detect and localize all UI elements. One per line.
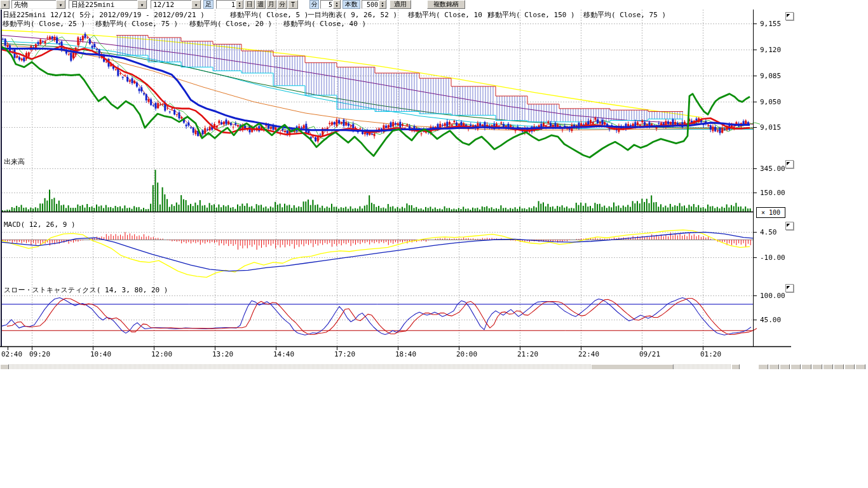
period-button-5[interactable]: T	[288, 0, 298, 9]
bar-count-spinner[interactable]: 500 ▲▼	[362, 0, 387, 9]
horizontal-scrollbar[interactable]	[0, 364, 868, 369]
legend-row1-item: 移動平均( Close, 5 )	[230, 10, 308, 20]
symbol-select[interactable]: 日経225mini ▼	[69, 0, 147, 9]
time-axis-label: 14:40	[273, 350, 294, 358]
scrollbar-track[interactable]	[9, 364, 591, 369]
price-axis-label: 9,050	[760, 98, 781, 106]
pane-scale-button[interactable]: ◤	[785, 222, 794, 230]
chevron-down-icon[interactable]: ▼	[137, 0, 147, 9]
mini-toolbar-button[interactable]	[801, 364, 811, 369]
time-axis-label: 10:40	[90, 350, 111, 358]
apply-button[interactable]: 適用	[390, 0, 411, 9]
mini-toolbar-button[interactable]	[758, 364, 768, 369]
price-axis-label: 9,015	[760, 123, 781, 132]
time-axis-label: 01:20	[700, 350, 721, 358]
time-axis-label: 13:20	[212, 350, 233, 358]
price-axis-label: 9,120	[760, 46, 781, 54]
pane-scale-button[interactable]: ◤	[785, 12, 794, 20]
minutes-spinner[interactable]: 5 ▲▼	[320, 0, 341, 9]
macd-pane-label: MACD( 12, 26, 9 )	[4, 220, 76, 229]
interval-spinner[interactable]: 1 ▲▼	[216, 0, 244, 9]
market-select-value: 先物	[14, 0, 28, 10]
period-button-1[interactable]: 日	[245, 0, 255, 9]
mini-toolbar-button[interactable]	[844, 364, 855, 369]
period-button-3[interactable]: 月	[266, 0, 276, 9]
legend-row1-item: 移動平均( Close, 150 )	[488, 10, 575, 20]
mini-toolbar-button[interactable]	[769, 364, 779, 369]
scrollbar-right-button[interactable]	[731, 364, 740, 369]
minute-chip: 分	[309, 0, 319, 9]
scrollbar-left-button[interactable]	[0, 364, 9, 369]
chart-canvas[interactable]	[0, 0, 794, 370]
mini-toolbar-button[interactable]	[780, 364, 790, 369]
trading-app-window: ▼ 先物 ▼ 日経225mini ▼ 12/12 ▼ 足 1 ▲▼ 日週月分T …	[0, 0, 868, 488]
time-axis-label: 17:20	[334, 350, 355, 358]
window-drop-button[interactable]: ▼	[0, 0, 10, 9]
volume-pane-label: 出来高	[4, 157, 25, 166]
legend-row1-item: 日経225mini 12/12( 5分, 2012/09/19 - 2012/0…	[3, 10, 205, 20]
spinner-arrows-icon[interactable]: ▲▼	[379, 0, 386, 9]
period-button-2[interactable]: 週	[255, 0, 266, 9]
multi-symbol-button[interactable]: 複数銘柄	[427, 0, 465, 9]
mini-toolbar-button[interactable]	[790, 364, 801, 369]
legend-row2-item: 移動平均( Close, 20 )	[189, 19, 272, 29]
chevron-down-icon[interactable]: ▼	[191, 0, 201, 9]
time-axis-label: 22:40	[578, 350, 599, 358]
legend-row2-item: 移動平均( Close, 40 )	[283, 19, 366, 29]
stochastics-pane-label: スロー・ストキャスティクス( 14, 3, 80, 20 )	[4, 285, 168, 295]
scrollbar-track[interactable]	[674, 364, 731, 369]
bar-count-chip: 本数	[342, 0, 360, 9]
bar-type-chip: 足	[203, 0, 214, 9]
legend-row1-item: 移動平均( Close, 75 )	[583, 10, 666, 20]
time-axis-label: 02:40	[1, 350, 22, 358]
chevron-down-icon[interactable]: ▼	[56, 0, 65, 9]
scrollbar-thumb[interactable]	[591, 364, 674, 369]
macd-axis-label: -10.00	[760, 254, 785, 262]
volume-axis-label: 345.00	[760, 165, 785, 173]
time-axis-label: 20:00	[456, 350, 477, 358]
market-select[interactable]: 先物 ▼	[11, 0, 66, 9]
contract-select[interactable]: 12/12 ▼	[151, 0, 201, 9]
mini-toolbar-button[interactable]	[812, 364, 822, 369]
mini-toolbar-button[interactable]	[855, 364, 865, 369]
time-axis-label: 09/21	[639, 350, 660, 358]
time-axis-label: 21:20	[517, 350, 538, 358]
time-axis-label: 09:20	[29, 350, 50, 358]
macd-axis-label: 4.50	[760, 228, 777, 236]
volume-multiplier-box: × 100	[756, 207, 785, 218]
stoch-axis-label: 45.00	[760, 316, 781, 324]
time-axis-label: 12:00	[151, 350, 172, 358]
volume-axis-label: 150.00	[760, 189, 785, 197]
legend-row1-item: 一目均衡表( 9, 26, 52 )	[308, 10, 397, 20]
spinner-arrows-icon[interactable]: ▲▼	[333, 0, 341, 9]
stoch-axis-label: 100.00	[760, 292, 785, 300]
contract-select-value: 12/12	[153, 1, 174, 9]
bar-count-value: 500	[362, 1, 379, 8]
price-axis-label: 9,085	[760, 72, 781, 80]
time-axis-label: 18:40	[395, 350, 416, 358]
pane-scale-button[interactable]: ◤	[785, 284, 794, 292]
legend-row2-item: 移動平均( Close, 75 )	[95, 19, 178, 29]
period-button-4[interactable]: 分	[277, 0, 287, 9]
minutes-value: 5	[321, 1, 333, 8]
symbol-select-value: 日経225mini	[71, 0, 114, 10]
legend-row2-item: 移動平均( Close, 25 )	[3, 19, 85, 29]
interval-value: 1	[217, 1, 236, 8]
toolbar: ▼ 先物 ▼ 日経225mini ▼ 12/12 ▼ 足 1 ▲▼ 日週月分T …	[0, 0, 868, 10]
legend-row1-item: 移動平均( Close, 10 )	[408, 10, 491, 20]
spinner-arrows-icon[interactable]: ▲▼	[236, 0, 243, 9]
mini-toolbar-button[interactable]	[834, 364, 844, 369]
mini-toolbar-button[interactable]	[823, 364, 833, 369]
price-axis-label: 9,155	[760, 20, 781, 28]
pane-scale-button[interactable]: ◤	[785, 160, 794, 168]
